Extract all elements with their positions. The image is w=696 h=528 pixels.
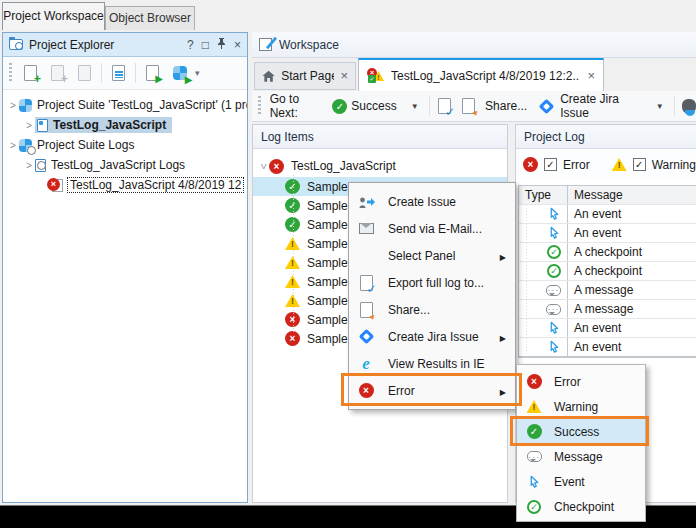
jira-icon	[539, 98, 555, 114]
tree-item-project-suite[interactable]: > Project Suite 'TestLog_JavaScript' (1 …	[3, 95, 247, 115]
tab-object-browser[interactable]: Object Browser	[105, 6, 195, 30]
maximize-button[interactable]: □	[202, 39, 209, 51]
event-icon	[548, 226, 561, 240]
menu-item-share[interactable]: ▲ Share...	[349, 296, 515, 323]
tab-start-page[interactable]: Start Page ×	[254, 62, 356, 90]
expand-chevron-icon[interactable]: >	[7, 140, 19, 151]
menu-item-create-issue[interactable]: Create Issue	[349, 188, 515, 215]
expand-chevron-icon[interactable]: >	[7, 100, 19, 111]
create-jira-label[interactable]: Create Jira Issue	[560, 92, 642, 120]
submenu-arrow-icon	[500, 249, 506, 263]
menu-item-send-email[interactable]: Send via E-Mail...	[349, 215, 515, 242]
share-log-icon: ▲	[462, 98, 475, 114]
log-item-label: Sample	[307, 256, 348, 270]
event-icon	[548, 321, 561, 335]
submenu-item-label: Warning	[554, 400, 598, 414]
next-type-value[interactable]: Success	[351, 99, 396, 113]
expand-chevron-icon[interactable]: >	[23, 120, 35, 131]
table-row[interactable]: ✓ A checkpoint	[519, 262, 696, 281]
table-row[interactable]: An event	[519, 205, 696, 224]
workspace-title: Workspace	[279, 38, 339, 52]
pin-button[interactable]	[217, 38, 226, 51]
dropdown-caret-icon[interactable]: ▼	[411, 102, 419, 111]
run-options-caret-icon[interactable]: ▾	[195, 68, 200, 78]
new-item-icon: +	[51, 65, 64, 81]
export-log-button[interactable]: ✓	[433, 93, 457, 119]
menu-item-select-panel[interactable]: Select Panel	[349, 242, 515, 269]
warning-icon: !	[612, 158, 627, 171]
submenu-item-event[interactable]: Event	[517, 469, 645, 494]
log-filter-bar: × ✓ Error ! ✓ Warning	[516, 149, 696, 180]
tab-project-workspace[interactable]: Project Workspace	[2, 2, 105, 30]
tab-test-log[interactable]: ×!✓ TestLog_JavaScript 4/8/2019 12:2... …	[358, 58, 604, 91]
submenu-item-message[interactable]: ··· Message	[517, 444, 645, 469]
add-new-item-button[interactable]: +	[17, 60, 44, 86]
organize-items-button[interactable]	[105, 60, 132, 86]
email-icon	[359, 223, 374, 234]
collapse-chevron-icon[interactable]: >	[258, 160, 269, 172]
column-header-type[interactable]: Type	[519, 186, 568, 204]
open-item-icon	[78, 65, 91, 81]
log-item-label: Sample	[307, 332, 348, 346]
help-button[interactable]: ?	[187, 39, 194, 51]
log-root-item[interactable]: > × TestLog_JavaScript	[253, 155, 507, 177]
error-filter-checkbox[interactable]: ✓	[544, 158, 557, 171]
share-log-button[interactable]: ▲	[457, 93, 481, 119]
close-tab-icon[interactable]: ×	[340, 70, 348, 82]
menu-item-create-jira[interactable]: Create Jira Issue	[349, 323, 515, 350]
submenu-item-checkpoint[interactable]: ✓ Checkpoint	[517, 494, 645, 519]
table-row[interactable]: ··· A message	[519, 300, 696, 319]
table-row[interactable]: ··· A message	[519, 281, 696, 300]
go-to-next-label: Go to Next:	[270, 92, 325, 120]
log-items-title: Log Items	[261, 130, 314, 144]
table-header-row[interactable]: Type Message	[519, 186, 696, 205]
table-row[interactable]: ✓ A checkpoint	[519, 243, 696, 262]
tree-item-log-entry[interactable]: × TestLog_JavaScript 4/8/2019 12	[3, 175, 247, 195]
checkpoint-icon: ✓	[547, 245, 561, 259]
dropdown-caret-icon[interactable]: ▼	[656, 102, 664, 111]
tab-label: TestLog_JavaScript 4/8/2019 12:2...	[391, 69, 580, 83]
close-button[interactable]: ×	[234, 39, 241, 51]
close-tab-icon[interactable]: ×	[587, 70, 595, 82]
warning-filter-checkbox[interactable]: ✓	[633, 158, 646, 171]
tree-item-label: Project Suite Logs	[37, 138, 134, 152]
menu-item-export-log[interactable]: ✓ Export full log to...	[349, 269, 515, 296]
expand-chevron-icon[interactable]: >	[23, 160, 35, 171]
table-row[interactable]: An event	[519, 338, 696, 357]
message-cell: A message	[568, 281, 696, 299]
submenu-item-label: Message	[554, 450, 603, 464]
message-cell: An event	[568, 224, 696, 242]
menu-item-label: Select Panel	[388, 249, 455, 263]
warning-icon: !	[285, 275, 300, 288]
share-label[interactable]: Share...	[485, 99, 527, 113]
menu-item-label: Create Jira Issue	[388, 330, 479, 344]
toolbar-grip[interactable]	[258, 96, 261, 116]
message-icon: ···	[527, 451, 542, 462]
tree-item-project[interactable]: > TestLog_JavaScript	[3, 115, 247, 135]
table-row[interactable]: An event	[519, 224, 696, 243]
tree-item-project-suite-logs[interactable]: > Project Suite Logs	[3, 135, 247, 155]
menu-item-label: Share...	[388, 303, 430, 317]
run-project-suite-button[interactable]: ▶	[166, 60, 193, 86]
project-explorer-header: Project Explorer ? □ ×	[3, 33, 247, 57]
log-item-label: Sample	[307, 275, 348, 289]
bug-report-icon[interactable]	[682, 99, 696, 114]
column-header-message[interactable]: Message	[568, 186, 696, 204]
run-suite-icon: ▶	[173, 66, 187, 80]
tree-guide-line	[293, 175, 294, 333]
checkpoint-icon: ✓	[547, 264, 561, 278]
tree-item-project-logs[interactable]: > TestLog_JavaScript Logs	[3, 155, 247, 175]
tree-item-label: TestLog_JavaScript 4/8/2019 12	[67, 177, 244, 193]
warning-filter-label: Warning	[652, 158, 696, 172]
toolbar-grip[interactable]	[9, 63, 12, 83]
submenu-item-error[interactable]: × Error	[517, 369, 645, 394]
app-window: Project Workspace Object Browser Project…	[0, 0, 696, 528]
new-item-button-disabled: +	[44, 60, 71, 86]
project-explorer-icon	[9, 39, 23, 50]
project-explorer-title: Project Explorer	[29, 38, 179, 52]
run-project-button[interactable]: ▶	[139, 60, 166, 86]
toolbar-separator	[101, 63, 102, 83]
tree-item-label: TestLog_JavaScript Logs	[51, 158, 185, 172]
table-row[interactable]: An event	[519, 319, 696, 338]
success-icon: ✓	[332, 99, 347, 114]
